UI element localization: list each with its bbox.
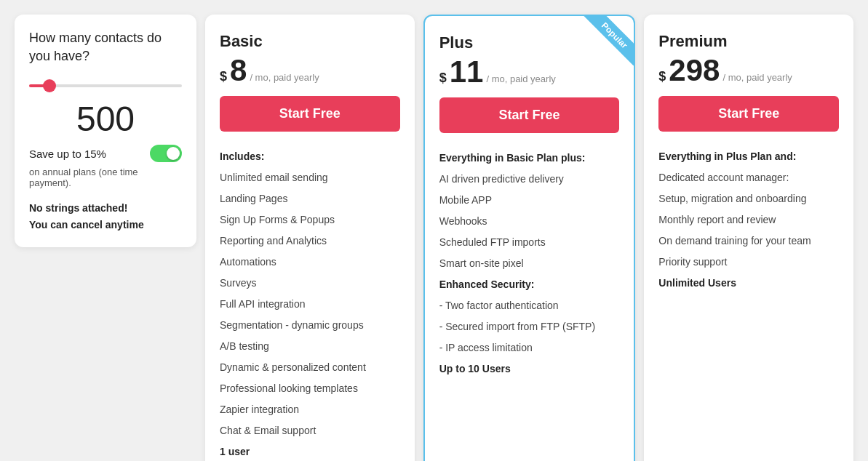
- plan-card-basic: Basic $ 8 / mo, paid yearly Start Free I…: [205, 15, 415, 461]
- plan-name: Basic: [220, 32, 400, 51]
- feature-item: Dedicated account manager:: [658, 167, 839, 188]
- start-free-button[interactable]: Start Free: [658, 96, 839, 132]
- contact-count: 500: [29, 99, 182, 139]
- feature-item: - IP access limitation: [439, 337, 620, 358]
- feature-item: Enhanced Security:: [439, 274, 620, 295]
- start-free-button[interactable]: Start Free: [439, 97, 620, 133]
- plan-price-row: $ 8 / mo, paid yearly: [220, 55, 400, 86]
- feature-item: Segmentation - dynamic groups: [220, 315, 400, 336]
- feature-item: Chat & Email support: [220, 420, 400, 441]
- feature-item: Full API integration: [220, 294, 400, 315]
- feature-item: Monthly report and review: [658, 209, 839, 230]
- feature-item: Sign Up Forms & Popups: [220, 209, 400, 230]
- no-strings-text: No strings attached! You can cancel anyt…: [29, 200, 182, 233]
- annual-toggle[interactable]: [150, 145, 182, 162]
- price-period: / mo, paid yearly: [250, 72, 319, 83]
- start-free-button[interactable]: Start Free: [220, 96, 400, 132]
- plan-name: Plus: [439, 33, 620, 52]
- feature-item: Professional looking templates: [220, 378, 400, 399]
- save-text: Save up to 15%: [29, 148, 106, 160]
- feature-item: Everything in Plus Plan and:: [658, 146, 839, 167]
- slider-container: [29, 77, 182, 90]
- price-period: / mo, paid yearly: [486, 73, 555, 84]
- feature-item: - Two factor authentication: [439, 295, 620, 316]
- feature-item: Unlimited Users: [658, 273, 839, 294]
- price-period: / mo, paid yearly: [722, 72, 792, 83]
- feature-item: A/B testing: [220, 336, 400, 357]
- feature-item: Mobile APP: [439, 190, 620, 211]
- feature-item: 1 user: [220, 441, 400, 461]
- plan-name: Premium: [658, 32, 839, 51]
- feature-item: On demand training for your team: [658, 230, 839, 252]
- feature-item: Priority support: [658, 252, 839, 273]
- contacts-slider[interactable]: [29, 84, 182, 87]
- annual-text: on annual plans (one time payment).: [29, 167, 182, 188]
- features-list: Includes:Unlimited email sendingLanding …: [220, 146, 400, 461]
- features-list: Everything in Basic Plan plus:AI driven …: [439, 148, 620, 380]
- feature-item: Dynamic & personalized content: [220, 357, 400, 378]
- feature-item: Everything in Basic Plan plus:: [439, 148, 620, 169]
- currency-symbol: $: [220, 69, 227, 84]
- feature-item: Surveys: [220, 273, 400, 294]
- feature-item: Up to 10 Users: [439, 358, 620, 380]
- plan-price-row: $ 298 / mo, paid yearly: [658, 55, 839, 86]
- feature-item: Automations: [220, 252, 400, 273]
- feature-item: Smart on-site pixel: [439, 253, 620, 274]
- feature-item: Reporting and Analytics: [220, 230, 400, 252]
- feature-item: Landing Pages: [220, 188, 400, 209]
- features-list: Everything in Plus Plan and:Dedicated ac…: [658, 146, 839, 294]
- cards-container: Basic $ 8 / mo, paid yearly Start Free I…: [205, 15, 853, 461]
- feature-item: Webhooks: [439, 211, 620, 232]
- feature-item: Zapier integration: [220, 399, 400, 420]
- pricing-container: How many contacts do you have? 500 Save …: [15, 15, 853, 461]
- price-amount: 8: [230, 55, 247, 86]
- selector-question: How many contacts do you have?: [29, 29, 182, 65]
- feature-item: Setup, migration and onboarding: [658, 188, 839, 209]
- feature-item: AI driven predictive delivery: [439, 169, 620, 190]
- currency-symbol: $: [658, 69, 666, 84]
- feature-item: Unlimited email sending: [220, 167, 400, 188]
- feature-item: - Secured import from FTP (SFTP): [439, 316, 620, 337]
- price-amount: 11: [450, 57, 484, 87]
- plan-card-plus: Popular Plus $ 11 / mo, paid yearly Star…: [423, 15, 636, 461]
- selector-panel: How many contacts do you have? 500 Save …: [15, 15, 196, 247]
- plan-card-premium: Premium $ 298 / mo, paid yearly Start Fr…: [644, 15, 853, 461]
- toggle-row: Save up to 15%: [29, 145, 182, 162]
- feature-item: Includes:: [220, 146, 400, 167]
- price-amount: 298: [669, 55, 720, 86]
- currency-symbol: $: [439, 71, 447, 86]
- feature-item: Scheduled FTP imports: [439, 232, 620, 253]
- plan-price-row: $ 11 / mo, paid yearly: [439, 57, 620, 87]
